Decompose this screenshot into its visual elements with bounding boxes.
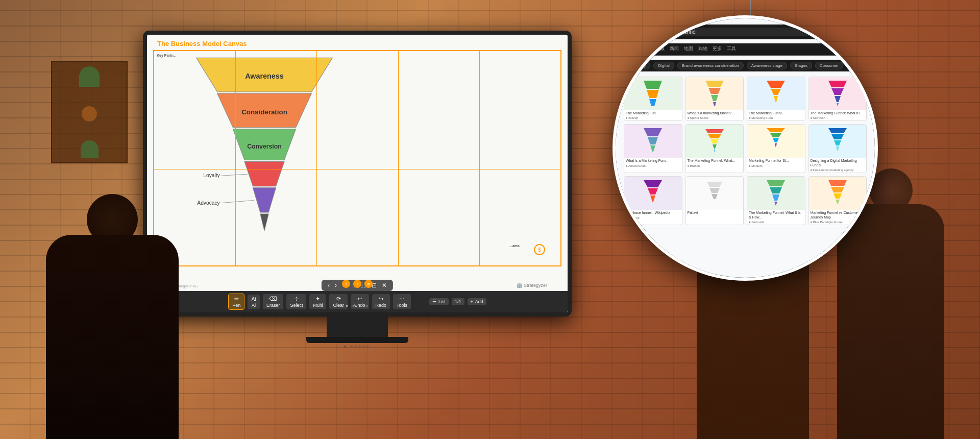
redo-tool[interactable]: ↪ Redo [372,294,390,309]
clear-icon: ⟳ [336,296,341,302]
facebook-icon[interactable]: f [342,280,350,288]
search-result-10[interactable]: Pallavi [685,176,744,225]
svg-marker-18 [711,95,718,101]
result-img-11 [747,177,805,210]
svg-marker-38 [775,143,777,148]
eraser-tool[interactable]: ⌫ Eraser [263,294,284,309]
tab-tools[interactable]: 工具 [727,45,736,53]
search-result-1[interactable]: The Marketing Fun... ● Brainfit [624,77,682,121]
add-page[interactable]: + Add [468,298,486,305]
page-number: 1/1 [452,298,464,305]
page-indicator: ☰ List [429,298,449,305]
clear-label: Clear [333,303,344,308]
svg-marker-48 [712,194,718,199]
svg-marker-25 [835,96,841,102]
svg-marker-29 [650,145,655,152]
neovo-text: ● neovo [143,344,572,349]
eraser-icon: ⌫ [269,296,277,302]
canvas-grid: Key Partn... Cost Str... ...ams [153,50,561,266]
filter-brand[interactable]: Brand awareness consideration [677,62,744,69]
select-icon: ⊹ [294,296,299,302]
svg-marker-47 [709,188,720,193]
more-tools[interactable]: ⋯ Tools [393,294,411,309]
svg-marker-13 [644,81,662,89]
search-result-2[interactable]: What is a marketing funnel?... ● Sprout … [685,77,744,121]
svg-marker-31 [708,134,721,138]
social-icons: f t in [342,280,373,288]
svg-marker-16 [705,81,724,87]
svg-marker-37 [773,138,779,142]
filter-stages[interactable]: Stages [790,62,812,69]
clear-tool[interactable]: ⟳ Clear [329,294,348,309]
svg-marker-36 [770,133,781,137]
monitor-frame: The Business Model Canvas Awareness Cons… [143,31,572,316]
tab-maps[interactable]: 地图 [684,45,693,53]
whiteboard: The Business Model Canvas Awareness Cons… [147,35,568,312]
tools-label: Tools [397,303,407,308]
svg-marker-34 [714,150,715,153]
pen-icon: ✏ [234,296,239,302]
svg-marker-39 [828,128,847,133]
filter-chips: Journey Digital Brand awareness consider… [622,60,869,71]
next-icon[interactable]: › [335,282,337,289]
search-result-11[interactable]: The Marketing Funnel: What It Is & How..… [747,176,805,225]
result-img-6 [686,125,744,158]
svg-marker-52 [774,202,777,206]
result-label-10: Pallavi [686,210,744,216]
svg-marker-21 [771,89,781,95]
search-result-7[interactable]: Marketing Funnel for Si... ● Medium [747,124,805,173]
svg-marker-24 [831,88,844,95]
search-result-5[interactable]: What is a Marketing Fum... ● Amazon Ads [624,124,682,173]
list-icon: ☰ [432,299,436,304]
close-icon[interactable]: ✕ [382,282,387,289]
result-img-10 [686,177,744,210]
result-source-7: ● Medium [747,164,805,168]
result-img-8 [809,125,867,158]
svg-marker-28 [648,137,658,144]
result-label-7: Marketing Funnel for Si... [747,158,805,164]
svg-marker-56 [836,200,840,204]
filter-digital[interactable]: Digital [653,62,674,69]
tab-shopping[interactable]: 购物 [698,45,707,53]
svg-marker-46 [707,182,722,187]
svg-marker-15 [649,99,656,106]
multi-tool[interactable]: ✦ Multi [309,294,326,309]
svg-marker-19 [713,102,716,106]
search-result-8[interactable]: Designing a Digital Marketing Funnel ● F… [808,124,867,173]
search-result-12[interactable]: Marketing Funnel vs Customer Journey Map… [808,176,867,225]
select-label: Select [290,303,303,308]
redo-icon: ↪ [379,296,383,302]
result-img-5 [624,125,682,158]
tab-more[interactable]: 更多 [713,45,722,53]
tab-news[interactable]: 新闻 [670,45,679,53]
svg-marker-20 [767,81,785,88]
twitter-icon[interactable]: t [353,280,361,288]
google-search-popup[interactable]: Google marketing funnel 🎤 🔍 全部 图片 视频 新闻 … [612,15,878,281]
cursor-indicator [622,25,652,55]
search-result-9[interactable]: Purchase funnel - Wikipedia ● Designli [624,176,682,225]
svg-marker-27 [644,128,662,136]
svg-marker-41 [834,140,841,145]
svg-marker-17 [708,88,721,94]
result-label-2: What is a marketing funnel?... [686,110,744,116]
search-result-6[interactable]: The Marketing Funnel: What... ● Brafton [685,124,744,173]
result-source-2: ● Sprout Social [686,116,744,120]
result-img-3 [747,77,805,110]
filter-awareness[interactable]: Awareness stage [747,62,787,69]
prev-icon[interactable]: ‹ [328,282,330,289]
result-source-4: ● Semrush [809,116,867,120]
svg-marker-45 [650,196,655,202]
pen-tool[interactable]: ✏ Pen [228,294,244,310]
search-result-4[interactable]: The Marketing Funnel: What It I... ● Sem… [808,77,867,121]
result-label-1: The Marketing Fun... [624,110,682,116]
linkedin-icon[interactable]: in [364,280,373,288]
svg-marker-42 [836,147,839,151]
filter-consumer[interactable]: Consumer [815,62,843,69]
undo-icon: ↩ [357,296,362,302]
select-tool[interactable]: ⊹ Select [286,294,306,309]
search-result-3[interactable]: The Marketing Funnl... ● Marketing Funnl [747,77,805,121]
ai-tool[interactable]: Ai Ai [248,295,260,309]
page-num: 1/1 [455,299,461,304]
result-img-1 [624,77,682,110]
bottom-toolbar[interactable]: ✏ Pen Ai Ai ⌫ Eraser ⊹ Select ✦ Multi [147,291,568,312]
